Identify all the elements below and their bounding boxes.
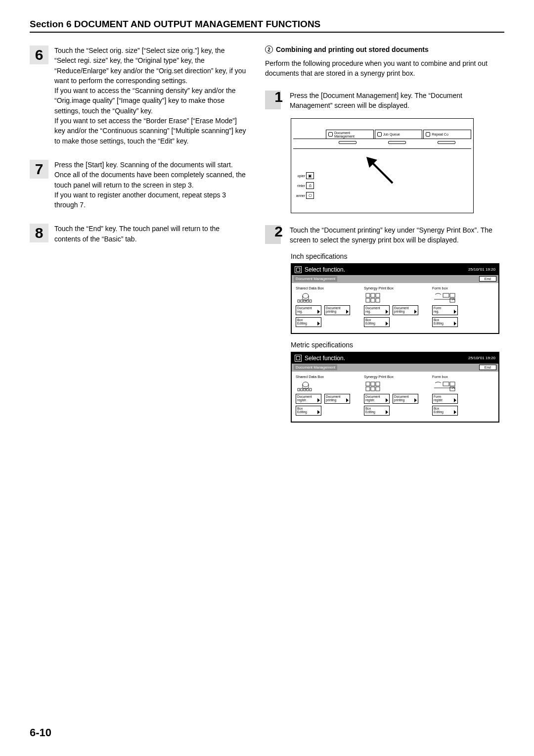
step-paragraph: If you want to access the “Scanning dens… (54, 86, 247, 116)
svg-rect-30 (443, 382, 449, 386)
end-button[interactable]: End (479, 276, 496, 282)
document-registr-button[interactable]: Documentregistr. (364, 394, 390, 404)
button-label: opier (293, 174, 305, 178)
svg-rect-29 (376, 387, 380, 391)
box-editing-button[interactable]: BoxEditing (432, 406, 458, 416)
copier-button[interactable]: opier ▣ (293, 172, 314, 179)
svg-rect-10 (376, 293, 380, 297)
document-printing-button[interactable]: Documentprinting (324, 394, 350, 404)
btn-line2: printing (326, 398, 336, 402)
btn-line1: Box (434, 407, 439, 410)
page-number: 6-10 (30, 726, 51, 739)
subsection-intro: Perform the following procedure when you… (265, 58, 504, 79)
panel-tab-label[interactable]: Document Management (294, 276, 337, 282)
btn-line2: Editing (365, 322, 375, 325)
circled-number-icon: 2 (265, 46, 273, 53)
svg-line-0 (370, 161, 393, 183)
step-6: 6 Touch the “Select orig. size” [“Select… (30, 46, 247, 146)
box-editing-button[interactable]: BoxEditing (296, 406, 321, 416)
panel-inch: Select function. 25/10/'01 19:20 Documen… (291, 263, 499, 334)
scanner-button[interactable]: anner ⎔ (293, 192, 314, 199)
column-header: Synergy Print Box (364, 375, 418, 379)
btn-line1: Document (365, 395, 380, 398)
right-column: 2 Combining and printing out stored docu… (265, 46, 504, 423)
btn-line1: Document (365, 306, 380, 310)
column-header: Synergy Print Box (364, 286, 418, 290)
end-button[interactable]: End (479, 365, 496, 370)
svg-rect-7 (310, 300, 312, 302)
column-header: Shared Data Box (296, 375, 350, 379)
panel-metric: Select function. 25/10/'01 19:20 Documen… (291, 352, 499, 423)
screen-illustration: Document Management Job Queue Repeat Co (291, 118, 474, 213)
repeat-icon (426, 132, 430, 137)
tab-repeat-copy[interactable]: Repeat Co (423, 130, 471, 139)
step-paragraph: If you want to set access the “Border Er… (54, 116, 247, 146)
left-column: 6 Touch the “Select orig. size” [“Select… (30, 46, 247, 423)
btn-line2: Editing (365, 410, 375, 414)
btn-line2: registr. (297, 398, 307, 402)
panel-tab-label[interactable]: Document Management (294, 365, 337, 370)
box-editing-button[interactable]: BoxEditing (364, 406, 390, 416)
step-7: 7 Press the [Start] key. Scanning of the… (30, 160, 247, 210)
right-step-1: 1 Press the [Document Management] key. T… (265, 91, 504, 111)
svg-rect-3 (298, 300, 300, 302)
svg-rect-31 (450, 382, 455, 386)
btn-line1: Form (434, 395, 441, 398)
step-number: 7 (30, 160, 48, 179)
step-8: 8 Touch the “End” key. The touch panel w… (30, 224, 247, 244)
btn-line1: Box (434, 318, 439, 322)
document-reg-button[interactable]: Documentreg. (296, 305, 321, 315)
window-icon (295, 266, 302, 273)
box-editing-button[interactable]: BoxEditing (432, 317, 458, 327)
btn-line2: printing (394, 310, 404, 313)
step-paragraph: Touch the “End” key. The touch panel wil… (54, 224, 247, 244)
column-header: Form box (432, 375, 458, 379)
btn-line2: printing (326, 310, 336, 313)
box-editing-button[interactable]: BoxEditing (296, 317, 321, 327)
tab-label: Job Queue (383, 133, 400, 136)
document-registr-button[interactable]: Documentregistr. (296, 394, 321, 404)
btn-line2: printing (394, 398, 404, 402)
synergy-print-box-icon (364, 292, 418, 303)
column-header: Form box (432, 286, 458, 290)
tab-job-queue[interactable]: Job Queue (375, 130, 423, 139)
column-header: Shared Data Box (296, 286, 350, 290)
document-reg-button[interactable]: Documentreg. (364, 305, 390, 315)
document-printing-button[interactable]: Documentprinting (324, 305, 350, 315)
printer-button[interactable]: rinter ⎙ (293, 182, 314, 189)
caption-metric: Metric specifications (291, 341, 504, 349)
svg-rect-23 (310, 388, 312, 391)
button-label: rinter (293, 184, 305, 188)
btn-line2: Editing (297, 410, 307, 414)
svg-rect-17 (450, 298, 455, 302)
step-paragraph: Press the [Start] key. Scanning of the d… (54, 160, 247, 190)
right-step-2: 2 Touch the “Document printing” key unde… (265, 225, 504, 245)
btn-line1: Document (297, 395, 312, 398)
pointer-arrow-icon (365, 156, 400, 192)
step-graphic: 2 (265, 225, 285, 244)
step-paragraph: Touch the “Select orig. size” [“Select s… (54, 46, 247, 86)
step-paragraph: If you want to register another document… (54, 190, 247, 210)
subsection-header: 2 Combining and printing out stored docu… (265, 46, 504, 53)
btn-line1: Form (434, 306, 441, 310)
svg-rect-12 (371, 298, 375, 302)
panel-timestamp: 25/10/'01 19:20 (468, 267, 495, 272)
btn-line1: Document (326, 395, 341, 398)
btn-line2: registr. (434, 398, 444, 402)
panel-title: Select function. (305, 355, 345, 362)
form-registr-button[interactable]: Formregistr. (432, 394, 458, 404)
panel-timestamp: 25/10/'01 19:20 (468, 356, 495, 360)
document-printing-button[interactable]: Documentprinting (393, 305, 418, 315)
box-editing-button[interactable]: BoxEditing (364, 317, 390, 327)
step-number: 6 (30, 46, 48, 64)
shared-data-box-icon (296, 381, 350, 392)
button-label: anner (293, 194, 305, 197)
step-number: 8 (30, 224, 48, 242)
copier-icon: ▣ (306, 172, 314, 179)
tab-document-management[interactable]: Document Management (326, 130, 374, 139)
window-icon (295, 355, 302, 362)
form-reg-button[interactable]: Formreg. (432, 305, 458, 315)
document-printing-button[interactable]: Documentprinting (393, 394, 418, 404)
btn-line1: Document (394, 306, 409, 310)
btn-line1: Box (365, 407, 371, 410)
